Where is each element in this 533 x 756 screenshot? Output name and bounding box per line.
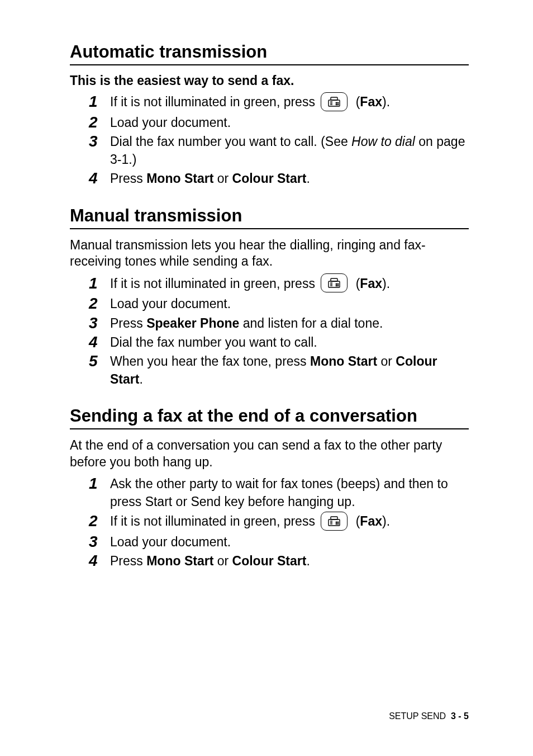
text-fragment: ).	[382, 276, 390, 291]
step: 1 If it is not illuminated in green, pre…	[89, 93, 469, 112]
text-fragment: Dial the fax number you want to call. (S…	[110, 134, 351, 149]
svg-point-15	[338, 284, 339, 285]
text-fragment-bold: Mono Start	[146, 171, 213, 186]
step: 1 Ask the other party to wait for fax to…	[89, 475, 469, 511]
step-text: Dial the fax number you want to call. (S…	[110, 133, 469, 168]
text-fragment: .	[306, 554, 310, 568]
step-number: 3	[89, 533, 100, 551]
text-fragment: If it is not illuminated in green, press	[110, 276, 318, 291]
step: 2 Load your document.	[89, 114, 469, 131]
heading-automatic: Automatic transmission	[70, 42, 469, 65]
svg-point-16	[336, 286, 337, 286]
step-text: Press Mono Start or Colour Start.	[110, 552, 469, 570]
page-footer: SETUP SEND 3 - 5	[389, 711, 469, 721]
text-fragment-bold: Fax	[360, 94, 382, 109]
svg-rect-10	[331, 278, 337, 281]
step-text: Load your document.	[110, 533, 469, 551]
subheading-automatic: This is the easiest way to send a fax.	[70, 73, 469, 88]
step-number: 2	[89, 295, 100, 313]
text-fragment-bold: Fax	[360, 276, 382, 291]
text-fragment: ).	[382, 94, 390, 109]
text-fragment: If it is not illuminated in green, press	[110, 94, 318, 109]
step: 3 Load your document.	[89, 533, 469, 551]
svg-point-8	[338, 104, 339, 105]
step-number: 3	[89, 314, 100, 332]
text-fragment: or	[377, 354, 396, 368]
svg-point-17	[338, 286, 339, 286]
text-fragment-bold: Mono Start	[146, 554, 213, 568]
step: 5 When you hear the fax tone, press Mono…	[89, 352, 469, 388]
page: Automatic transmission This is the easie…	[0, 0, 533, 756]
text-fragment: Press	[110, 316, 146, 330]
text-fragment-bold: Mono Start	[310, 354, 377, 368]
step-text: If it is not illuminated in green, press…	[110, 512, 469, 532]
svg-point-6	[338, 102, 339, 103]
text-fragment-bold: Colour Start	[232, 171, 307, 186]
steps-automatic: 1 If it is not illuminated in green, pre…	[70, 93, 469, 188]
text-fragment: or	[213, 171, 232, 186]
step-number: 4	[89, 333, 100, 351]
steps-manual: 1 If it is not illuminated in green, pre…	[70, 275, 469, 389]
text-fragment-bold: Colour Start	[232, 554, 307, 568]
text-fragment: Press	[110, 171, 146, 186]
step-number: 1	[89, 475, 100, 493]
heading-endconv: Sending a fax at the end of a conversati…	[70, 406, 469, 429]
step-text: Load your document.	[110, 114, 469, 131]
step-text: Load your document.	[110, 295, 469, 313]
text-fragment-italic: How to dial	[351, 134, 415, 149]
svg-point-5	[336, 102, 337, 103]
text-fragment: ).	[382, 514, 390, 528]
text-fragment: When you hear the fax tone, press	[110, 354, 310, 368]
step-number: 4	[89, 552, 100, 570]
text-fragment-bold: Speaker Phone	[146, 316, 239, 330]
heading-manual: Manual transmission	[70, 206, 469, 229]
svg-point-23	[336, 522, 337, 522]
svg-point-14	[336, 284, 337, 285]
text-fragment: .	[306, 171, 310, 186]
text-fragment: If it is not illuminated in green, press	[110, 514, 318, 528]
svg-point-24	[338, 522, 339, 522]
step-number: 3	[89, 133, 100, 150]
fax-icon	[321, 273, 348, 292]
step: 4 Dial the fax number you want to call.	[89, 333, 469, 351]
step-text: Press Speaker Phone and listen for a dia…	[110, 314, 469, 332]
step-number: 1	[89, 93, 100, 111]
footer-page-number: 3 - 5	[451, 711, 469, 721]
intro-manual: Manual transmission lets you hear the di…	[70, 237, 469, 270]
text-fragment: .	[139, 372, 142, 386]
step: 3 Dial the fax number you want to call. …	[89, 133, 469, 168]
intro-endconv: At the end of a conversation you can sen…	[70, 437, 469, 470]
step-text: Ask the other party to wait for fax tone…	[110, 475, 469, 511]
svg-rect-19	[331, 517, 337, 519]
step: 1 If it is not illuminated in green, pre…	[89, 275, 469, 294]
step: 4 Press Mono Start or Colour Start.	[89, 552, 469, 570]
step: 4 Press Mono Start or Colour Start.	[89, 169, 469, 187]
steps-endconv: 1 Ask the other party to wait for fax to…	[70, 475, 469, 570]
text-fragment-bold: Fax	[360, 514, 382, 528]
svg-point-7	[336, 104, 337, 105]
footer-section: SETUP SEND	[389, 711, 446, 721]
fax-icon	[321, 512, 348, 531]
step: 2 Load your document.	[89, 295, 469, 313]
step-number: 2	[89, 114, 100, 131]
fax-icon	[321, 92, 348, 111]
svg-point-26	[338, 523, 339, 524]
text-fragment: and listen for a dial tone.	[239, 316, 383, 330]
step-number: 5	[89, 352, 100, 370]
step-text: Press Mono Start or Colour Start.	[110, 169, 469, 187]
step: 2 If it is not illuminated in green, pre…	[89, 512, 469, 532]
step-number: 4	[89, 169, 100, 187]
step-text: Dial the fax number you want to call.	[110, 333, 469, 351]
step-number: 2	[89, 512, 100, 530]
text-fragment: or	[213, 554, 232, 568]
step-text: If it is not illuminated in green, press…	[110, 275, 469, 294]
svg-rect-1	[331, 97, 337, 100]
step-text: If it is not illuminated in green, press…	[110, 93, 469, 112]
svg-point-25	[336, 523, 337, 524]
step: 3 Press Speaker Phone and listen for a d…	[89, 314, 469, 332]
text-fragment: Press	[110, 554, 146, 568]
step-number: 1	[89, 275, 100, 292]
step-text: When you hear the fax tone, press Mono S…	[110, 352, 469, 388]
